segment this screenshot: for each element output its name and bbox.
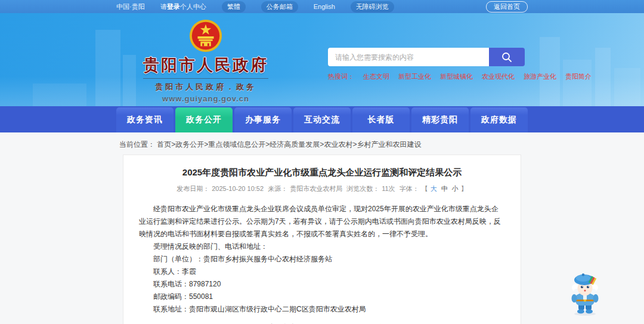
hot-search-word[interactable]: 旅游产业化 xyxy=(524,72,556,81)
mascot-character[interactable] xyxy=(565,272,605,316)
skyline-silhouette xyxy=(595,48,611,106)
hot-search-row: 热搜词： 生态文明新型工业化新型城镇化农业现代化旅游产业化贵阳简介 xyxy=(328,72,525,81)
topbar-link[interactable]: 公务邮箱 xyxy=(261,1,298,13)
topbar-link[interactable]: English xyxy=(314,3,335,10)
hot-search-word[interactable]: 农业现代化 xyxy=(482,72,515,81)
views-value: 11次 xyxy=(382,185,395,192)
skyline-silhouette xyxy=(614,68,640,106)
national-emblem-icon xyxy=(188,18,223,53)
search-input[interactable] xyxy=(328,48,489,66)
font-size-label: 字体： xyxy=(400,185,419,192)
site-url: www.guiyang.gov.cn xyxy=(162,94,249,103)
search-area: 热搜词： 生态文明新型工业化新型城镇化农业现代化旅游产业化贵阳简介 xyxy=(328,38,525,81)
skyline-silhouette xyxy=(33,84,86,106)
hot-search-words: 生态文明新型工业化新型城镇化农业现代化旅游产业化贵阳简介 xyxy=(363,72,592,81)
top-utility-bar: 中国·贵阳请登录个人中心繁體公务邮箱English无障碍浏览 返回首页 xyxy=(0,0,644,13)
main-navigation: 政务资讯政务公开办事服务互动交流长者版精彩贵阳政府数据 xyxy=(0,106,644,132)
site-logo[interactable]: 贵阳市人民政府 贵阳市人民政府．政务 www.guiyang.gov.cn xyxy=(116,16,295,103)
hot-search-label: 热搜词： xyxy=(328,72,354,81)
contact-line: 联系地址：贵阳市观山湖区市级行政中心二期C区贵阳市农业农村局 xyxy=(139,303,505,316)
contact-line: 邮政编码：550081 xyxy=(139,291,505,303)
skyline-silhouette xyxy=(563,60,592,106)
hot-search-word[interactable]: 生态文明 xyxy=(363,72,389,81)
hot-search-word[interactable]: 新型工业化 xyxy=(398,72,431,81)
nav-tab[interactable]: 政务资讯 xyxy=(116,107,174,132)
article-card: 2025年度贵阳市农业产业化市级重点龙头企业运行监测和评定结果公示 发布日期：2… xyxy=(123,155,521,324)
contact-line: 联系电话：87987120 xyxy=(139,278,505,291)
publish-date: 2025-10-20 10:52 xyxy=(212,185,264,192)
contact-line: 部门（单位）：贵阳市乡村振兴服务中心农村经济服务站 xyxy=(139,253,505,266)
topbar-links: 中国·贵阳请登录个人中心繁體公务邮箱English无障碍浏览 xyxy=(116,1,394,13)
source-value: 贵阳市农业农村局 xyxy=(290,185,342,192)
contact-line: 联系人：李霞 xyxy=(139,266,505,278)
article-meta: 发布日期：2025-10-20 10:52 来源：贵阳市农业农村局 浏览次数：1… xyxy=(139,184,505,193)
back-to-home-button[interactable]: 返回首页 xyxy=(486,1,528,13)
topbar-link[interactable]: 繁體 xyxy=(222,1,246,13)
nav-tab[interactable]: 办事服务 xyxy=(234,107,292,132)
article-title: 2025年度贵阳市农业产业化市级重点龙头企业运行监测和评定结果公示 xyxy=(139,166,505,178)
search-icon xyxy=(501,51,513,63)
topbar-link[interactable]: 请登录个人中心 xyxy=(160,2,206,11)
skyline-silhouette xyxy=(540,37,560,106)
site-subtitle: 贵阳市人民政府．政务 xyxy=(155,82,256,92)
hot-search-word[interactable]: 贵阳简介 xyxy=(565,72,592,81)
source-label: 来源： xyxy=(268,185,287,192)
topbar-link[interactable]: 无障碍浏览 xyxy=(351,1,394,13)
search-button[interactable] xyxy=(489,48,525,66)
site-title: 贵阳市人民政府 xyxy=(143,54,268,79)
article-paragraph: 经贵阳市农业产业化市级重点龙头企业联席会议成员单位审定，现对2025年开展的农业… xyxy=(139,203,505,240)
font-size-medium[interactable]: 中 xyxy=(441,185,448,192)
font-size-small[interactable]: 小 xyxy=(452,185,459,192)
topbar-link[interactable]: 中国·贵阳 xyxy=(116,2,145,11)
publish-label: 发布日期： xyxy=(177,185,209,192)
nav-tab[interactable]: 政务公开 xyxy=(175,107,233,132)
font-size-large[interactable]: 大 xyxy=(431,185,437,192)
views-label: 浏览次数： xyxy=(346,185,379,192)
breadcrumb-label: 当前位置： xyxy=(119,140,155,149)
hot-search-word[interactable]: 新型城镇化 xyxy=(440,72,473,81)
nav-tab[interactable]: 互动交流 xyxy=(293,107,351,132)
breadcrumb-path[interactable]: 首页>政务公开>重点领域信息公开>经济高质量发展>农业农村>乡村产业和农田建设 xyxy=(157,140,421,149)
nav-tab[interactable]: 长者版 xyxy=(352,107,410,132)
breadcrumb: 当前位置： 首页>政务公开>重点领域信息公开>经济高质量发展>农业农村>乡村产业… xyxy=(116,132,528,155)
nav-tab[interactable]: 政府数据 xyxy=(470,107,528,132)
nav-tab[interactable]: 精彩贵阳 xyxy=(411,107,469,132)
article-paragraph: 受理情况反映的部门、电话和地址： xyxy=(139,240,505,253)
site-header-banner: 贵阳市人民政府 贵阳市人民政府．政务 www.guiyang.gov.cn 热搜… xyxy=(0,13,644,106)
